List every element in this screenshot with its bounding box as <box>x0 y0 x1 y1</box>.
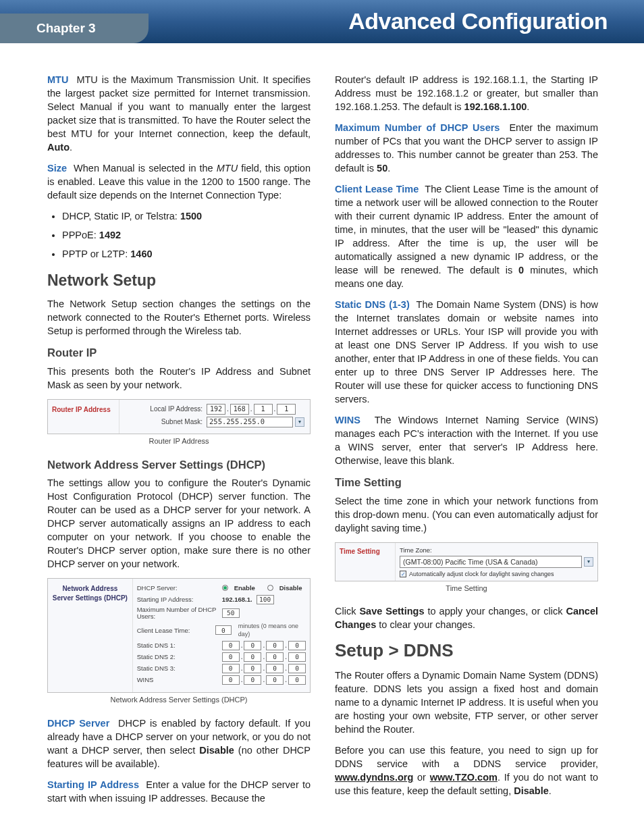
term-startingip: Starting IP Address <box>47 779 139 790</box>
wins-input: 0. 0. 0. 0 <box>222 675 306 685</box>
link-tzo[interactable]: www.TZO.com <box>430 772 498 783</box>
radio-enable[interactable] <box>222 585 228 591</box>
ip-octet-input[interactable]: 192 <box>207 404 225 415</box>
para-wins: WINS The Windows Internet Naming Service… <box>335 413 598 467</box>
row-subnet-mask: Subnet Mask: 255.255.255.0 ▾ <box>125 417 304 427</box>
para-ddns2: Before you can use this feature, you nee… <box>335 744 598 798</box>
term-mtu: MTU <box>47 74 68 85</box>
subnet-mask-select[interactable]: 255.255.255.0 <box>207 417 293 427</box>
screenshot-time: Time Setting Time Zone: (GMT-08:00) Paci… <box>335 542 598 582</box>
heading-time: Time Setting <box>335 475 598 490</box>
chapter-label: Chapter 3 <box>36 21 96 36</box>
panel-label: Router IP Address <box>48 400 119 434</box>
chevron-down-icon[interactable]: ▾ <box>584 557 593 567</box>
para-cont: Router's default IP address is 192.168.1… <box>335 73 598 113</box>
para-lease: Client Lease Time The Client Lease Time … <box>335 182 598 290</box>
dns1-input: 0. 0. 0. 0 <box>222 641 306 650</box>
para-ddns1: The Router offers a Dynamic Domain Name … <box>335 669 598 736</box>
term-size: Size <box>47 163 67 174</box>
panel-body: Time Zone: (GMT-08:00) Pacific Time (USA… <box>396 543 597 581</box>
chevron-down-icon[interactable]: ▾ <box>295 417 304 427</box>
bold-auto: Auto <box>47 142 70 153</box>
label: Local IP Address: <box>125 405 203 414</box>
starting-ip-input[interactable]: 100 <box>257 595 274 604</box>
para-maxusers: Maximum Number of DHCP Users Enter the m… <box>335 121 598 175</box>
ip-octet-input[interactable]: 1 <box>277 404 296 415</box>
label-tz: Time Zone: <box>400 546 593 554</box>
mtu-list: DHCP, Static IP, or Telstra: 1500 PPPoE:… <box>62 209 311 261</box>
max-users-input[interactable]: 50 <box>222 608 240 618</box>
screenshot-router-ip: Router IP Address Local IP Address: 192.… <box>47 399 311 434</box>
ip-octet-input[interactable]: 1 <box>254 404 273 415</box>
para-startingip: Starting IP Address Enter a value for th… <box>47 778 311 805</box>
link-dyndns[interactable]: www.dyndns.org <box>335 772 413 783</box>
para-mtu: MTU MTU is the Maximum Transmission Unit… <box>47 73 311 154</box>
list-item: PPPoE: 1492 <box>62 228 311 242</box>
term-wins: WINS <box>335 415 360 425</box>
ital-mtu: MTU <box>217 163 238 174</box>
page-header: Chapter 3 Advanced Configuration <box>0 0 644 43</box>
para-dns: Static DNS (1-3) The Domain Name System … <box>335 298 598 406</box>
ip-octet-input[interactable]: 168 <box>230 404 249 415</box>
page-body: MTU MTU is the Maximum Transmission Unit… <box>0 43 644 831</box>
caption-dhcp: Network Address Server Settings (DHCP) <box>47 695 311 705</box>
panel-label: Network Address Server Settings (DHCP) <box>48 579 133 692</box>
para-time: Select the time zone in which your netwo… <box>335 494 598 535</box>
list-item: DHCP, Static IP, or Telstra: 1500 <box>62 209 311 223</box>
text: When Manual is selected in the <box>74 163 217 174</box>
lease-time-input[interactable]: 0 <box>215 625 232 635</box>
ip-input-group: 192. 168. 1. 1 <box>207 404 296 415</box>
caption-router-ip: Router IP Address <box>47 436 311 446</box>
row-local-ip: Local IP Address: 192. 168. 1. 1 <box>125 404 304 415</box>
para-routerip: This presents both the Router's IP Addre… <box>47 365 311 392</box>
caption-time: Time Setting <box>335 583 598 594</box>
para-netsetup: The Network Setup section changes the se… <box>47 297 311 338</box>
dns2-input: 0. 0. 0. 0 <box>222 652 306 662</box>
panel-body: Local IP Address: 192. 168. 1. 1 Subnet … <box>119 400 310 434</box>
term-dns: Static DNS (1-3) <box>335 299 410 310</box>
para-dhcp: The settings allow you to configure the … <box>47 476 311 571</box>
heading-dhcp: Network Address Server Settings (DHCP) <box>47 457 311 473</box>
heading-ddns: Setup > DDNS <box>335 639 598 663</box>
para-dhcpserver: DHCP Server DHCP is enabled by factory d… <box>47 716 311 771</box>
list-item: PPTP or L2TP: 1460 <box>62 247 311 261</box>
text: MTU is the Maximum Transmission Unit. It… <box>47 74 311 139</box>
dns3-input: 0. 0. 0. 0 <box>222 664 306 673</box>
term-lease: Client Lease Time <box>335 184 419 194</box>
label: Subnet Mask: <box>125 417 203 427</box>
term-maxusers: Maximum Number of DHCP Users <box>335 122 500 133</box>
heading-router-ip: Router IP <box>47 345 311 361</box>
para-size: Size When Manual is selected in the MTU … <box>47 161 311 202</box>
screenshot-dhcp: Network Address Server Settings (DHCP) D… <box>47 578 311 693</box>
page-title: Advanced Configuration <box>348 8 608 34</box>
right-column: Router's default IP address is 192.168.1… <box>335 73 598 812</box>
term-dhcpserver: DHCP Server <box>47 718 109 729</box>
panel-label: Time Setting <box>336 543 396 581</box>
left-column: MTU MTU is the Maximum Transmission Unit… <box>47 73 311 812</box>
timezone-select[interactable]: (GMT-08:00) Pacific Time (USA & Canada) <box>400 556 582 568</box>
chapter-tab: Chapter 3 <box>0 14 149 43</box>
dst-checkbox[interactable]: ✓ <box>400 571 406 577</box>
heading-network-setup: Network Setup <box>47 270 311 292</box>
para-save: Click Save Settings to apply your change… <box>335 604 598 631</box>
panel-body: DHCP Server: Enable Disable Starting IP … <box>133 579 310 692</box>
radio-disable[interactable] <box>267 585 273 591</box>
page-footer: Wireless-G Broadband Router 7 <box>0 831 644 834</box>
